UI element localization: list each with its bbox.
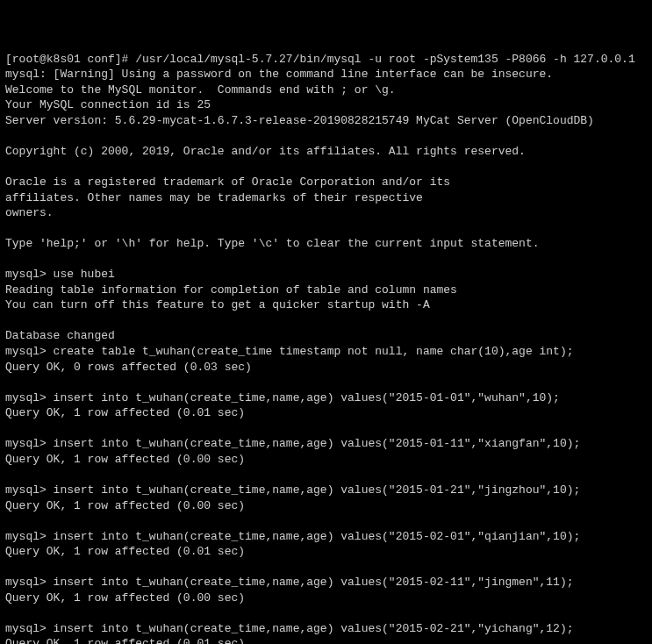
terminal-output[interactable]: [root@k8s01 conf]# /usr/local/mysql-5.7.… <box>5 52 647 644</box>
